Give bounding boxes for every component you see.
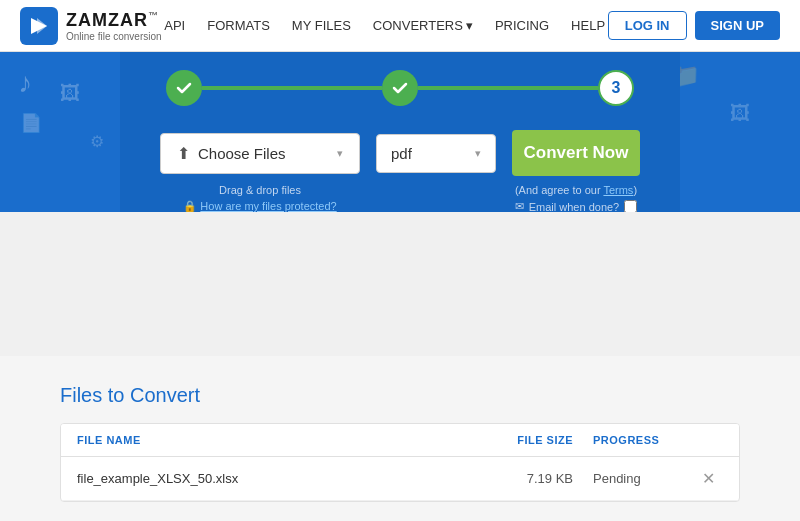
nav-pricing[interactable]: PRICING [495,18,549,33]
terms-link[interactable]: Terms [603,184,633,196]
header: ZAMZAR™ Online file conversion API FORMA… [0,0,800,52]
conversion-card: 3 ⬆ Choose Files ▾ pdf ▾ Convert Now [120,52,680,212]
file-progress-cell: Pending [593,471,693,486]
format-chevron-icon: ▾ [475,147,481,160]
convert-now-button[interactable]: Convert Now [512,130,640,176]
svg-marker-1 [37,18,47,34]
conversion-card-wrapper: 3 ⬆ Choose Files ▾ pdf ▾ Convert Now [60,102,740,212]
subtext-row: Drag & drop files 🔒 How are my files pro… [160,184,640,212]
nav-converters-link[interactable]: CONVERTERS [373,18,463,33]
files-title-highlight: Convert [130,384,200,406]
header-filesize: FILE SIZE [503,434,593,446]
nav-formats[interactable]: FORMATS [207,18,270,33]
nav-help[interactable]: HELP [571,18,605,33]
doodle-doc-icon: 📄 [20,112,42,134]
nav-my-files[interactable]: MY FILES [292,18,351,33]
format-value: pdf [391,145,412,162]
hero-banner: ♪ 🖼 ▶ 📄 ⚙ 📁 🖼 ▶ 💻 ✉ ⟩⟩ [0,52,800,212]
email-icon: ✉ [515,200,524,212]
table-row: file_example_XLSX_50.xlsx 7.19 KB Pendin… [61,457,739,501]
files-section: Files to Convert FILE NAME FILE SIZE PRO… [0,356,800,521]
logo-icon [20,7,58,45]
email-label: Email when done? [529,201,620,213]
protected-link[interactable]: How are my files protected? [200,200,336,212]
drag-drop-text: Drag & drop files [160,184,360,196]
nav-links: API FORMATS MY FILES CONVERTERS ▾ PRICIN… [164,18,605,33]
files-table-header: FILE NAME FILE SIZE PROGRESS [61,424,739,457]
email-checkbox[interactable] [624,200,637,212]
files-title: Files to Convert [60,384,740,407]
terms-area: (And agree to our Terms) ✉ Email when do… [512,184,640,212]
controls-row: ⬆ Choose Files ▾ pdf ▾ Convert Now [160,130,640,176]
converters-chevron-icon: ▾ [466,18,473,33]
files-title-static: Files to [60,384,130,406]
logo-subtitle: Online file conversion [66,31,162,42]
nav-api[interactable]: API [164,18,185,33]
header-progress: PROGRESS [593,434,693,446]
step-line-1 [202,86,382,90]
email-row: ✉ Email when done? [512,200,640,212]
choose-files-button[interactable]: ⬆ Choose Files ▾ [160,133,360,174]
signup-button[interactable]: SIGN UP [695,11,780,40]
header-filename: FILE NAME [77,434,503,446]
steps-row: 3 [160,70,640,106]
format-select[interactable]: pdf ▾ [376,134,496,173]
login-button[interactable]: LOG IN [608,11,687,40]
choose-files-label: Choose Files [198,145,286,162]
file-remove-button[interactable]: ✕ [693,469,723,488]
step-2-circle [382,70,418,106]
file-name-cell: file_example_XLSX_50.xlsx [77,471,503,486]
step-line-2 [418,86,598,90]
logo-title: ZAMZAR™ [66,10,162,31]
terms-text: (And agree to our [515,184,603,196]
header-buttons: LOG IN SIGN UP [608,11,780,40]
files-table: FILE NAME FILE SIZE PROGRESS file_exampl… [60,423,740,502]
choose-files-chevron-icon: ▾ [337,147,343,160]
nav-converters[interactable]: CONVERTERS ▾ [373,18,473,33]
protected-link-area: 🔒 How are my files protected? [160,200,360,212]
choose-files-inner: ⬆ Choose Files [177,144,286,163]
upload-icon: ⬆ [177,144,190,163]
left-subtext: Drag & drop files 🔒 How are my files pro… [160,184,360,212]
logo-area: ZAMZAR™ Online file conversion [20,7,162,45]
lock-icon: 🔒 [183,200,200,212]
file-size-cell: 7.19 KB [503,471,593,486]
logo-text-area: ZAMZAR™ Online file conversion [66,10,162,42]
header-action [693,434,723,446]
hero-spacer [0,212,800,332]
doodle-music-icon: ♪ [18,67,32,99]
step-3-circle: 3 [598,70,634,106]
step-1-circle [166,70,202,106]
